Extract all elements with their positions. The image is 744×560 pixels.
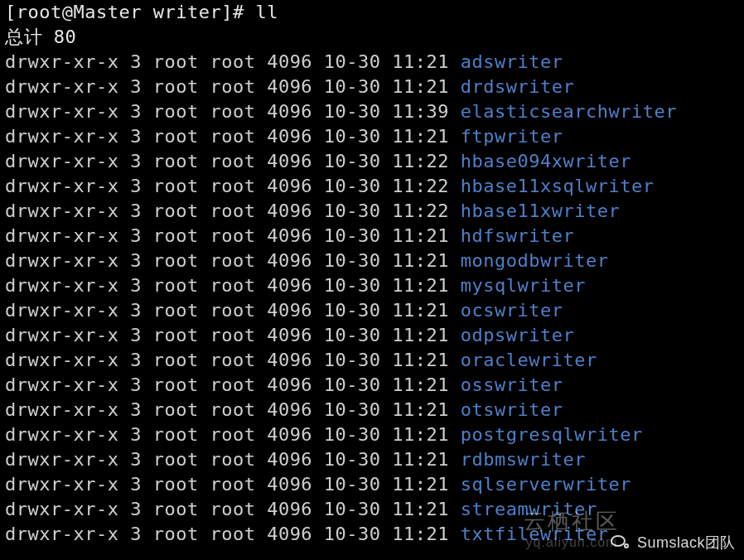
dir-name: streamwriter (461, 499, 597, 519)
prompt-text: [root@Master writer]# ll (5, 2, 278, 22)
total-text: 总计 80 (5, 27, 76, 47)
dir-name: postgresqlwriter (461, 424, 643, 445)
prompt-line: [root@Master writer]# ll (5, 0, 739, 25)
list-row: drwxr-xr-x 3 root root 4096 10-30 11:21 … (5, 273, 739, 298)
row-meta: drwxr-xr-x 3 root root 4096 10-30 11:21 (5, 275, 461, 296)
row-meta: drwxr-xr-x 3 root root 4096 10-30 11:21 (5, 225, 461, 246)
row-meta: drwxr-xr-x 3 root root 4096 10-30 11:21 (5, 399, 461, 420)
list-row: drwxr-xr-x 3 root root 4096 10-30 11:39 … (5, 99, 739, 124)
row-meta: drwxr-xr-x 3 root root 4096 10-30 11:22 (5, 176, 461, 196)
dir-name: odpswriter (461, 325, 574, 345)
dir-name: adswriter (461, 51, 563, 72)
dir-name: ocswriter (461, 300, 563, 321)
dir-name: hbase11xwriter (461, 200, 620, 221)
row-meta: drwxr-xr-x 3 root root 4096 10-30 11:22 (5, 151, 461, 171)
list-row: drwxr-xr-x 3 root root 4096 10-30 11:21 … (5, 497, 739, 522)
list-row: drwxr-xr-x 3 root root 4096 10-30 11:21 … (5, 447, 739, 472)
list-row: drwxr-xr-x 3 root root 4096 10-30 11:21 … (5, 422, 739, 447)
dir-name: hdfswriter (461, 225, 574, 246)
row-meta: drwxr-xr-x 3 root root 4096 10-30 11:21 (5, 424, 461, 445)
list-row: drwxr-xr-x 3 root root 4096 10-30 11:21 … (5, 75, 739, 99)
dir-name: mongodbwriter (461, 250, 609, 271)
dir-name: drdswriter (461, 76, 574, 97)
row-meta: drwxr-xr-x 3 root root 4096 10-30 11:21 (5, 374, 461, 395)
row-meta: drwxr-xr-x 3 root root 4096 10-30 11:21 (5, 250, 461, 271)
dir-name: otswriter (461, 399, 563, 420)
list-row: drwxr-xr-x 3 root root 4096 10-30 11:21 … (5, 249, 739, 273)
row-meta: drwxr-xr-x 3 root root 4096 10-30 11:21 (5, 300, 461, 321)
row-meta: drwxr-xr-x 3 root root 4096 10-30 11:21 (5, 76, 461, 97)
list-row: drwxr-xr-x 3 root root 4096 10-30 11:21 … (5, 323, 739, 348)
list-row: drwxr-xr-x 3 root root 4096 10-30 11:22 … (5, 149, 739, 174)
row-meta: drwxr-xr-x 3 root root 4096 10-30 11:39 (5, 101, 461, 122)
list-row: drwxr-xr-x 3 root root 4096 10-30 11:21 … (5, 124, 739, 149)
list-row: drwxr-xr-x 3 root root 4096 10-30 11:21 … (5, 398, 739, 422)
row-meta: drwxr-xr-x 3 root root 4096 10-30 11:21 (5, 474, 461, 495)
dir-name: sqlserverwriter (461, 474, 631, 495)
dir-name: hbase11xsqlwriter (461, 176, 655, 196)
list-row: drwxr-xr-x 3 root root 4096 10-30 11:21 … (5, 224, 739, 249)
list-row: drwxr-xr-x 3 root root 4096 10-30 11:21 … (5, 298, 739, 323)
row-meta: drwxr-xr-x 3 root root 4096 10-30 11:21 (5, 350, 461, 370)
list-row: drwxr-xr-x 3 root root 4096 10-30 11:22 … (5, 174, 739, 199)
dir-name: osswriter (461, 374, 563, 395)
dir-name: ftpwriter (461, 126, 563, 147)
dir-name: txtfilewriter (461, 524, 609, 544)
dir-name: mysqlwriter (461, 275, 586, 296)
row-meta: drwxr-xr-x 3 root root 4096 10-30 11:21 (5, 51, 461, 72)
row-meta: drwxr-xr-x 3 root root 4096 10-30 11:21 (5, 499, 461, 519)
list-row: drwxr-xr-x 3 root root 4096 10-30 11:21 … (5, 472, 739, 497)
list-row: drwxr-xr-x 3 root root 4096 10-30 11:21 … (5, 50, 739, 75)
row-meta: drwxr-xr-x 3 root root 4096 10-30 11:21 (5, 449, 461, 470)
row-meta: drwxr-xr-x 3 root root 4096 10-30 11:21 (5, 524, 461, 544)
row-meta: drwxr-xr-x 3 root root 4096 10-30 11:21 (5, 126, 461, 147)
terminal[interactable]: [root@Master writer]# ll 总计 80 drwxr-xr-… (0, 0, 744, 547)
dir-name: elasticsearchwriter (461, 101, 677, 122)
row-meta: drwxr-xr-x 3 root root 4096 10-30 11:21 (5, 325, 461, 345)
list-row: drwxr-xr-x 3 root root 4096 10-30 11:22 … (5, 199, 739, 224)
dir-name: rdbmswriter (461, 449, 586, 470)
dir-name: oraclewriter (461, 350, 597, 370)
list-row: drwxr-xr-x 3 root root 4096 10-30 11:21 … (5, 522, 739, 547)
row-meta: drwxr-xr-x 3 root root 4096 10-30 11:22 (5, 200, 461, 221)
dir-name: hbase094xwriter (461, 151, 631, 171)
total-line: 总计 80 (5, 25, 739, 50)
list-row: drwxr-xr-x 3 root root 4096 10-30 11:21 … (5, 348, 739, 373)
list-row: drwxr-xr-x 3 root root 4096 10-30 11:21 … (5, 373, 739, 398)
